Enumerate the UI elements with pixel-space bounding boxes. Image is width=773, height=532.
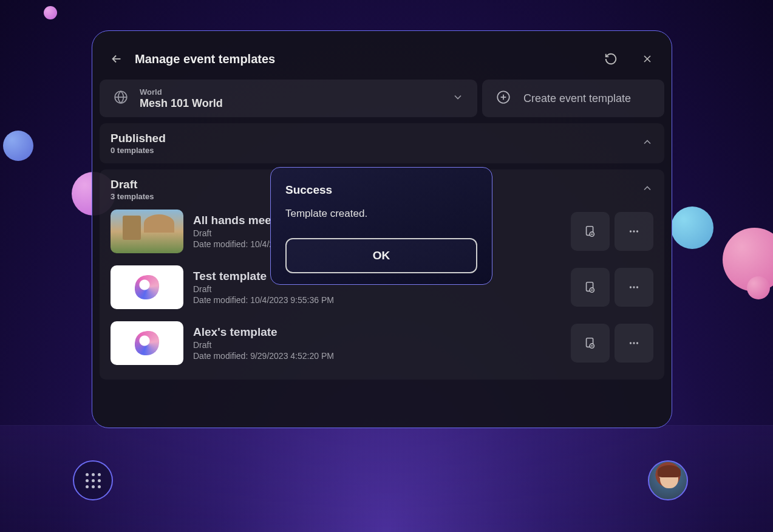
device-icon (584, 225, 597, 238)
more-icon (627, 336, 641, 350)
published-title: Published (111, 132, 641, 145)
decorative-bubble (747, 276, 770, 299)
decorative-bubble (3, 131, 33, 161)
published-header[interactable]: Published 0 templates (111, 132, 653, 155)
device-icon (584, 281, 597, 294)
world-text: World Mesh 101 World (140, 87, 441, 110)
close-icon (641, 53, 653, 65)
refresh-icon (604, 52, 618, 66)
mesh-logo-icon (135, 275, 159, 299)
svg-point-14 (630, 342, 632, 344)
globe-icon (113, 89, 129, 107)
chevron-up-icon (641, 182, 653, 197)
template-status: Draft (193, 340, 561, 350)
template-more-button[interactable] (615, 212, 653, 251)
decorative-bubble (671, 206, 713, 249)
template-more-button[interactable] (615, 268, 653, 307)
ok-label: OK (373, 249, 390, 262)
template-name: Alex's template (193, 326, 561, 339)
template-modified: Date modified: 10/4/2023 9:55:36 PM (193, 295, 561, 305)
svg-point-9 (630, 286, 632, 288)
chevron-down-icon (452, 91, 464, 106)
template-action-button[interactable] (571, 324, 610, 363)
create-template-button[interactable]: Create event template (482, 80, 664, 117)
world-value: Mesh 101 World (140, 97, 441, 110)
close-button[interactable] (635, 47, 659, 71)
modal-message: Template created. (285, 208, 477, 220)
more-icon (627, 225, 641, 238)
panel-header: Manage event templates (100, 42, 664, 76)
arrow-left-icon (110, 52, 123, 66)
more-icon (627, 281, 641, 294)
plus-circle-icon (495, 89, 511, 108)
template-row[interactable]: Alex's template Draft Date modified: 9/2… (111, 315, 653, 371)
svg-point-6 (636, 230, 638, 232)
avatar-button[interactable] (648, 460, 688, 500)
template-action-button[interactable] (571, 268, 610, 307)
template-action-button[interactable] (571, 212, 610, 251)
create-template-label: Create event template (523, 92, 631, 105)
svg-point-5 (633, 230, 635, 232)
svg-point-4 (630, 230, 632, 232)
published-section: Published 0 templates (100, 123, 664, 163)
published-count: 0 templates (111, 146, 641, 155)
back-button[interactable] (104, 47, 129, 71)
svg-point-11 (636, 286, 638, 288)
chevron-up-icon (641, 136, 653, 151)
template-more-button[interactable] (615, 324, 653, 363)
template-status: Draft (193, 284, 561, 294)
template-thumbnail (111, 321, 183, 365)
svg-point-16 (636, 342, 638, 344)
world-selector[interactable]: World Mesh 101 World (100, 80, 477, 117)
world-label: World (140, 87, 441, 97)
decorative-bubble (44, 6, 57, 19)
template-thumbnail (111, 265, 183, 309)
template-modified: Date modified: 9/29/2023 4:52:20 PM (193, 351, 561, 361)
panel-title: Manage event templates (135, 52, 587, 66)
svg-point-10 (633, 286, 635, 288)
refresh-button[interactable] (599, 47, 623, 71)
grid-icon (86, 473, 101, 488)
device-icon (584, 336, 597, 350)
app-menu-button[interactable] (73, 460, 113, 500)
template-thumbnail (111, 210, 183, 253)
modal-title: Success (285, 183, 477, 197)
success-modal: Success Template created. OK (270, 167, 492, 285)
svg-point-15 (633, 342, 635, 344)
mesh-logo-icon (135, 331, 159, 355)
ok-button[interactable]: OK (285, 238, 477, 273)
